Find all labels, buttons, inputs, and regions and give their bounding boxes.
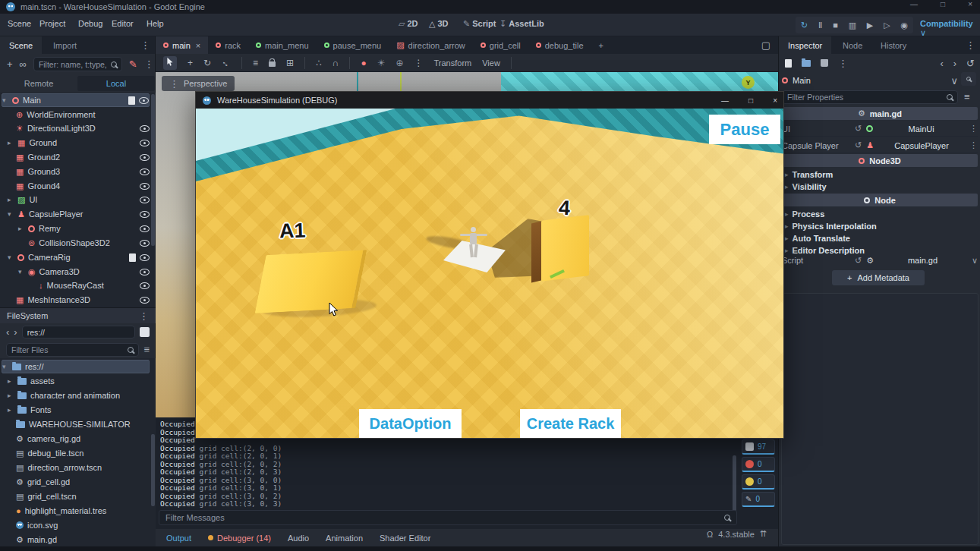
game-minimize-button[interactable]: —: [721, 96, 729, 105]
script-section-header[interactable]: ⚙ main.gd: [782, 107, 978, 120]
scene-tab-main-menu[interactable]: main_menu: [248, 36, 316, 54]
tree-row-mouseraycast[interactable]: ↓ MouseRayCast: [2, 279, 150, 292]
notification-bell-icon[interactable]: Ω: [707, 530, 713, 539]
mode-3d-button[interactable]: △3D: [429, 19, 449, 29]
filter-messages-input[interactable]: Filter Messages: [159, 510, 737, 525]
revert-icon[interactable]: ↺: [855, 124, 862, 134]
select-tool-button[interactable]: [163, 56, 177, 70]
nav-forward-button[interactable]: ›: [14, 326, 17, 338]
tree-row-camerarig[interactable]: ▾ CameraRig: [2, 250, 150, 264]
fs-row-grid-cell-gd[interactable]: ⚙ grid_cell.gd: [2, 475, 150, 489]
group-process[interactable]: ▸Process: [785, 208, 975, 220]
scene-tab-direction-arrow[interactable]: ▨ direction_arrow: [389, 36, 473, 54]
property-row-script[interactable]: Script ↺ ⚙ main.gd ∨: [782, 253, 978, 268]
fs-row-direction-arrow-tscn[interactable]: ▤ direction_arrow.tscn: [2, 461, 150, 474]
movie-mode-button[interactable]: ◉: [900, 20, 908, 30]
expand-icon[interactable]: ▸: [8, 392, 14, 399]
create-rack-button[interactable]: Create Rack: [520, 409, 621, 438]
node3d-section-header[interactable]: Node3D: [782, 154, 978, 167]
tree-row-ui[interactable]: ▸ ▨ UI: [2, 193, 150, 206]
expand-icon[interactable]: ▸: [8, 406, 14, 414]
collapse-icon[interactable]: ▾: [18, 268, 24, 276]
mode-assetlib-button[interactable]: ↧AssetLib: [499, 19, 544, 29]
inspector-menu-icon[interactable]: ⋮: [966, 39, 975, 51]
tab-debugger[interactable]: Debugger (14): [208, 534, 271, 543]
property-row-capsule-player[interactable]: Capsule Player ↺ ♟ CapsulePlayer ⋮: [782, 138, 978, 153]
move-tool-button[interactable]: +: [187, 58, 193, 68]
perspective-menu[interactable]: ⋮ Perspective: [162, 76, 235, 91]
instance-scene-button[interactable]: ∞: [20, 58, 27, 70]
fs-row-character-and-animation[interactable]: ▸ character and animation: [2, 389, 150, 402]
visibility-icon[interactable]: [140, 125, 150, 132]
detach-script-button[interactable]: ✎: [129, 58, 137, 70]
sun-settings-icon[interactable]: ☀: [377, 58, 386, 68]
window-close-button[interactable]: ×: [968, 0, 972, 8]
tree-row-directionallight3d[interactable]: ☀ DirectionalLight3D: [2, 121, 150, 135]
environment-settings-icon[interactable]: ⊕: [395, 58, 403, 68]
menu-debug[interactable]: Debug: [78, 19, 102, 28]
new-scene-tab-button[interactable]: +: [591, 36, 611, 54]
pause-button[interactable]: Pause: [709, 115, 780, 144]
fs-row-camera-rig-gd[interactable]: ⚙ camera_rig.gd: [2, 432, 150, 446]
menu-scene[interactable]: Scene: [8, 19, 31, 28]
tab-history[interactable]: History: [871, 36, 915, 54]
ruler-tool-button[interactable]: ∴: [316, 58, 322, 68]
fs-row-icon-svg[interactable]: icon.svg: [2, 518, 150, 532]
list-select-button[interactable]: ≡: [253, 58, 258, 68]
snap-toggle-button[interactable]: ∩: [332, 58, 339, 68]
menu-help[interactable]: Help: [147, 19, 164, 28]
tab-scene[interactable]: Scene: [0, 36, 42, 54]
tab-inspector[interactable]: Inspector: [779, 36, 831, 54]
axis-gizmo-y[interactable]: Y: [742, 76, 755, 89]
tree-row-main[interactable]: ▾ Main: [2, 93, 150, 107]
remote-debug-button[interactable]: ▥: [849, 20, 856, 30]
scene-tab-debug-tile[interactable]: debug_tile: [528, 36, 591, 54]
visibility-icon[interactable]: [140, 282, 150, 289]
play-custom-scene-button[interactable]: ▷: [884, 20, 890, 30]
tree-row-worldenvironment[interactable]: ⊕ WorldEnvironment: [2, 108, 150, 121]
revert-icon[interactable]: ↺: [855, 140, 862, 150]
visibility-icon[interactable]: [140, 197, 150, 203]
expand-viewport-icon[interactable]: ▢: [761, 39, 770, 51]
object-history-icon[interactable]: ↺: [966, 58, 975, 69]
menu-project[interactable]: Project: [39, 19, 65, 28]
viewport-extra-menu-icon[interactable]: ⋮: [414, 58, 424, 68]
scene-filter-input[interactable]: Filter: name, t:type,: [33, 57, 122, 71]
visibility-icon[interactable]: [139, 97, 149, 104]
data-option-button[interactable]: DataOption: [359, 409, 462, 438]
game-window-titlebar[interactable]: WareHouseSimulation (DEBUG) — □ ×: [196, 92, 783, 109]
tab-animation[interactable]: Animation: [326, 534, 363, 543]
tree-row-camera3d[interactable]: ▾ ◉ Camera3D: [2, 265, 150, 279]
new-resource-icon[interactable]: [785, 59, 792, 68]
property-options-icon[interactable]: ⋮: [969, 140, 978, 150]
rotate-tool-button[interactable]: ↻: [203, 58, 211, 68]
fs-row-grid-cell-tscn[interactable]: ▤ grid_cell.tscn: [2, 490, 150, 503]
visibility-icon[interactable]: [140, 183, 150, 190]
stop-scene-button[interactable]: ■: [833, 20, 838, 30]
expand-icon[interactable]: ▸: [8, 139, 14, 146]
revert-icon[interactable]: ↺: [855, 256, 862, 266]
group-physics-interpolation[interactable]: ▸Physics Interpolation: [785, 220, 975, 232]
history-forward-icon[interactable]: ›: [953, 58, 956, 69]
error-count-badge[interactable]: 0: [742, 457, 775, 472]
game-viewport[interactable]: A1 4 Pause DataOption Create Rack: [196, 109, 783, 438]
game-maximize-button[interactable]: □: [748, 96, 753, 105]
group-visibility[interactable]: ▸Visibility: [785, 181, 975, 193]
node-section-header[interactable]: Node: [782, 194, 978, 206]
fs-row-warehouse-similator[interactable]: WAREHOUSE-SIMILATOR: [2, 417, 150, 431]
tree-row-meshinstance3d[interactable]: ▦ MeshInstance3D: [2, 293, 150, 307]
file-sort-icon[interactable]: ≡: [143, 344, 150, 355]
property-row-ui[interactable]: UI ↺ MainUi ⋮: [782, 121, 978, 137]
fs-row-main-gd[interactable]: ⚙ main.gd: [2, 533, 150, 546]
fs-row-highlight-material-tres[interactable]: ● highlight_material.tres: [2, 504, 150, 518]
path-field[interactable]: res://: [22, 326, 135, 338]
window-maximize-button[interactable]: □: [941, 0, 945, 8]
save-icon[interactable]: [821, 59, 828, 67]
filter-properties-input[interactable]: Filter Properties: [782, 90, 958, 104]
tree-row-ground4[interactable]: ▦ Ground4: [2, 179, 150, 193]
visibility-icon[interactable]: [140, 140, 150, 146]
mode-script-button[interactable]: ✎Script: [463, 19, 496, 29]
tree-row-ground2[interactable]: ▦ Ground2: [2, 150, 150, 164]
collapse-icon[interactable]: ▾: [2, 363, 8, 370]
tree-row-ground[interactable]: ▸ ▦ Ground: [2, 136, 150, 150]
